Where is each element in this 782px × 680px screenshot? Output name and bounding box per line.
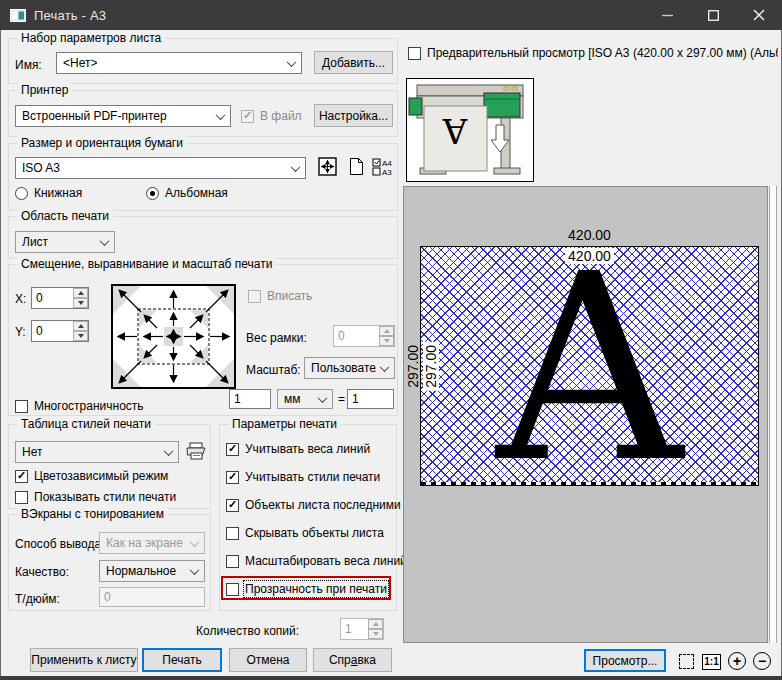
zoom-actual-size-button[interactable]: 1:1: [701, 651, 722, 672]
group-print-options-legend: Параметры печати: [228, 417, 341, 431]
checkbox-box: [241, 110, 254, 123]
preview-scrollbar[interactable]: [769, 186, 777, 643]
option-label: Скрывать объекты листа: [245, 526, 384, 540]
checkbox-box: [226, 583, 239, 596]
window-title: Печать - A3: [34, 8, 106, 23]
to-file-label: В файл: [260, 109, 302, 123]
option-label: Учитывать стили печати: [245, 470, 380, 484]
option-label: Прозрачность при печати: [245, 582, 387, 596]
copies-spinner: 1: [340, 618, 384, 640]
edit-style-table-button[interactable]: [183, 441, 209, 463]
apply-to-layout-button[interactable]: Применить к листу: [30, 648, 138, 672]
frame-weight-label: Вес рамки:: [246, 331, 307, 345]
group-paper-legend: Размер и ориентация бумаги: [17, 136, 187, 150]
svg-text:A: A: [442, 111, 468, 151]
print-button[interactable]: Печать: [142, 648, 222, 672]
spin-down-button[interactable]: [73, 298, 88, 308]
multipage-checkbox[interactable]: Многостраничность: [15, 399, 144, 413]
new-paper-size-button[interactable]: [345, 157, 367, 179]
fit-label: Вписать: [267, 289, 312, 303]
preview-toggle-checkbox[interactable]: Предварительный просмотр [ISO A3 (420.00…: [408, 46, 778, 60]
print-area-combobox[interactable]: Лист: [15, 231, 115, 253]
paper-size-combobox[interactable]: ISO A3: [15, 157, 306, 179]
scale-unit-input[interactable]: 1: [229, 389, 271, 409]
help-label-part: вка: [357, 653, 376, 667]
zoom-extents-button[interactable]: [676, 651, 697, 672]
output-mode-value: Как на экране: [106, 536, 183, 550]
option-label: Масштабировать веса линий: [245, 554, 407, 568]
printer-combobox[interactable]: Встроенный PDF-принтер: [15, 105, 231, 127]
group-style-table-legend: Таблица стилей печати: [17, 417, 155, 431]
color-dependent-label: Цветозависимый режим: [34, 469, 168, 483]
dpi-label: Т/дюйм:: [15, 592, 60, 606]
scale-du-input[interactable]: 1: [347, 389, 394, 409]
checkbox-box: [226, 555, 239, 568]
option-plotstyles-checkbox[interactable]: Учитывать стили печати: [226, 470, 380, 484]
preview-button[interactable]: Просмотр...: [584, 649, 666, 672]
zoom-out-button[interactable]: −: [751, 650, 773, 672]
radio-circle: [15, 187, 28, 200]
show-styles-checkbox[interactable]: Показывать стили печати: [15, 490, 176, 504]
group-shaded-viewports: ВЭкраны с тонированием Способ вывода: Ка…: [8, 514, 211, 611]
close-button[interactable]: [736, 0, 782, 30]
spin-up-button[interactable]: [73, 321, 88, 331]
name-combobox[interactable]: <Нет>: [56, 52, 302, 74]
fit-paper-button[interactable]: [315, 157, 339, 179]
y-offset-spinner[interactable]: 0: [31, 320, 89, 342]
svg-text:A3: A3: [382, 168, 392, 177]
paper-height-label-inner: 297.00: [422, 246, 440, 486]
name-combobox-value: <Нет>: [63, 56, 97, 70]
color-dependent-checkbox[interactable]: Цветозависимый режим: [15, 469, 168, 483]
unit-value: мм: [284, 392, 301, 406]
cancel-button[interactable]: Отмена: [229, 648, 307, 672]
quality-combobox[interactable]: Нормальное: [99, 560, 205, 582]
chevron-down-icon: [164, 446, 174, 456]
printer-setup-button[interactable]: Настройка...: [314, 104, 393, 127]
checkbox-box: [15, 470, 28, 483]
minus-icon: −: [753, 652, 771, 670]
maximize-button[interactable]: [690, 0, 736, 30]
output-mode-label: Способ вывода:: [15, 537, 105, 551]
option-hide-objects-checkbox[interactable]: Скрывать объекты листа: [226, 526, 384, 540]
paper-formats-icon: A4A3: [372, 157, 396, 180]
x-label: X:: [15, 292, 26, 306]
add-button[interactable]: Добавить...: [314, 51, 393, 74]
one-to-one-icon: 1:1: [702, 654, 720, 670]
orientation-landscape-radio[interactable]: Альбомная: [146, 186, 228, 200]
spin-up-button: [379, 326, 394, 336]
help-button[interactable]: Справка: [313, 648, 392, 672]
alignment-selector[interactable]: [111, 284, 236, 392]
scale-combobox[interactable]: Пользовательски: [304, 357, 395, 379]
paper-list-button[interactable]: A4A3: [371, 157, 397, 179]
scale-unit-input-value: 1: [234, 392, 241, 406]
option-paperspace-last-checkbox[interactable]: Объекты листа последними: [226, 498, 401, 512]
plotter-image: A: [407, 170, 533, 184]
chevron-down-icon: [216, 110, 226, 120]
multipage-label: Многостраничность: [34, 399, 144, 413]
unit-combobox[interactable]: мм: [277, 389, 333, 409]
y-offset-value: 0: [32, 321, 73, 341]
x-offset-spinner[interactable]: 0: [31, 287, 89, 309]
option-lineweights-checkbox[interactable]: Учитывать веса линий: [226, 442, 370, 456]
option-scale-lineweights-checkbox[interactable]: Масштабировать веса линий: [226, 554, 407, 568]
scale-value: Пользовательски: [311, 361, 376, 375]
fit-checkbox: Вписать: [248, 289, 312, 303]
checkbox-box: [226, 443, 239, 456]
blank-page-icon: [349, 157, 364, 179]
paper-height-label-outer: 297.00: [404, 246, 421, 486]
option-transparency-checkbox[interactable]: Прозрачность при печати: [226, 582, 387, 596]
name-label: Имя:: [15, 58, 42, 72]
orientation-portrait-radio[interactable]: Книжная: [15, 186, 82, 200]
style-table-combobox[interactable]: Нет: [15, 441, 179, 463]
radio-circle: [146, 187, 159, 200]
spin-up-button[interactable]: [73, 288, 88, 298]
spin-down-button[interactable]: [73, 331, 88, 341]
help-label-accel: а: [351, 653, 358, 667]
zoom-in-button[interactable]: +: [726, 650, 748, 672]
group-offset-scale: Смещение, выравнивание и масштаб печати …: [8, 264, 398, 416]
minimize-button[interactable]: [644, 0, 690, 30]
paper-width-label-outer: 420.00: [420, 227, 759, 243]
checkbox-box: [408, 47, 421, 60]
spin-down-button: [379, 336, 394, 346]
scale-label: Масштаб:: [246, 363, 301, 377]
